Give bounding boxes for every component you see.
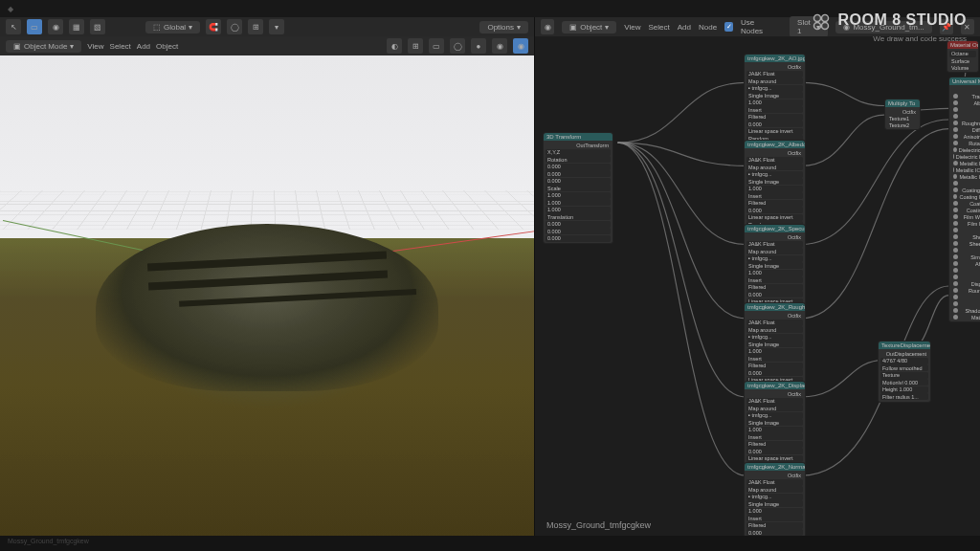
shader-type-dropdown[interactable]: ▣ Object ▾ xyxy=(562,21,616,33)
node-editor-canvas[interactable]: 3D Transform OutTransformX,Y,ZRotation0.… xyxy=(535,36,980,536)
menu-select[interactable]: Select xyxy=(110,42,131,51)
menu-add[interactable]: Add xyxy=(137,42,150,51)
use-nodes-label: Use Nodes xyxy=(741,18,774,35)
xray-icon[interactable]: ▭ xyxy=(429,38,444,54)
orientation-dropdown[interactable]: ⬚ Global ▾ xyxy=(145,21,200,33)
tool-icon[interactable]: ▦ xyxy=(69,19,84,34)
shader-editor-panel: ◉ ▣ Object ▾ View Select Add Node ✓ Use … xyxy=(534,17,980,536)
menu-view[interactable]: View xyxy=(87,42,103,51)
options-dropdown[interactable]: Options ▾ xyxy=(479,21,528,33)
node-tex-albedo[interactable]: tmfgcgkew_2K_Albedo.jpg OctfixJA&K Float… xyxy=(744,140,806,237)
node-universal-material[interactable]: Universal Material OctfixTransmissionAlb… xyxy=(948,77,980,322)
menu-add[interactable]: Add xyxy=(678,23,691,32)
node-tex-normal[interactable]: tmfgcgkew_2K_Normal.jpg OctfixJA&K Float… xyxy=(744,462,806,536)
tool-icon[interactable]: ◉ xyxy=(48,19,63,34)
status-bar: Mossy_Ground_tmfgcgkew xyxy=(0,536,980,551)
menu-object[interactable]: Object xyxy=(156,42,178,51)
shading-icon[interactable]: ◐ xyxy=(387,38,402,54)
material-icon[interactable]: ◉ xyxy=(492,38,507,54)
3d-viewport-canvas[interactable] xyxy=(0,55,534,536)
mode-dropdown[interactable]: ▣ Object Mode ▾ xyxy=(6,40,81,53)
snap-icon[interactable]: 🧲 xyxy=(206,19,221,34)
menu-node[interactable]: Node xyxy=(699,23,717,32)
editor-type-icon[interactable]: ◉ xyxy=(541,19,554,34)
tool-icon[interactable]: ▾ xyxy=(269,19,284,34)
svg-point-3 xyxy=(822,23,829,30)
viewport-menubar: ▣ Object Mode ▾ View Select Add Object ◐… xyxy=(0,36,534,55)
overlay-icon[interactable]: ⊞ xyxy=(408,38,423,54)
menu-view[interactable]: View xyxy=(624,23,640,32)
viewport-toolbar: ↖ ▭ ◉ ▦ ▧ ⬚ Global ▾ 🧲 ◯ ⊞ ▾ Options ▾ xyxy=(0,17,534,36)
3d-viewport-panel: ↖ ▭ ◉ ▦ ▧ ⬚ Global ▾ 🧲 ◯ ⊞ ▾ Options ▾ ▣… xyxy=(0,17,534,536)
use-nodes-checkbox[interactable]: ✓ xyxy=(724,22,733,32)
menu-select[interactable]: Select xyxy=(649,23,670,32)
solid-icon[interactable]: ● xyxy=(471,38,486,54)
cursor-tool-icon[interactable]: ↖ xyxy=(6,19,21,34)
svg-point-1 xyxy=(822,15,829,22)
app-icon: ◆ xyxy=(8,5,13,13)
wireframe-icon[interactable]: ◯ xyxy=(450,38,465,54)
node-texture-displacement[interactable]: TextureDisplacement OutDisplacement4/767… xyxy=(878,341,931,403)
svg-point-2 xyxy=(814,23,821,30)
watermark-logo: ROOM 8 STUDIO We draw and code success xyxy=(811,11,967,43)
node-material-output[interactable]: Material Output Octane Surface Volume xyxy=(947,40,979,73)
proportional-icon[interactable]: ◯ xyxy=(227,19,242,34)
node-tex-ao[interactable]: tmfgcgkew_2K_AO.jpg OctfixJA&K FloatMap … xyxy=(744,54,806,151)
select-box-icon[interactable]: ▭ xyxy=(27,19,42,34)
tool-icon[interactable]: ▧ xyxy=(90,19,105,34)
node-multiply[interactable]: Multiply To Octfix Texture1 Texture2 xyxy=(884,99,921,130)
rendered-icon[interactable]: ◉ xyxy=(513,38,528,54)
material-name-label: Mossy_Ground_tmfgcgkew xyxy=(546,520,651,530)
svg-point-0 xyxy=(814,15,821,22)
tool-icon[interactable]: ⊞ xyxy=(248,19,263,34)
node-3d-transform[interactable]: 3D Transform OutTransformX,Y,ZRotation0.… xyxy=(543,132,613,244)
